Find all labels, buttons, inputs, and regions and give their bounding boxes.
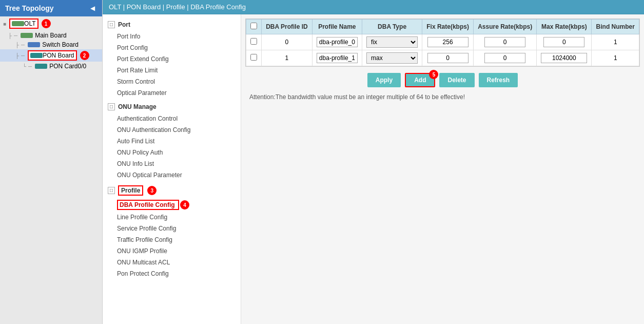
row1-max-rate-input[interactable] bbox=[541, 53, 587, 63]
nav-section-port-header[interactable]: □ Port bbox=[103, 18, 241, 31]
row1-fix-rate-cell bbox=[422, 50, 474, 66]
nav-item-onu-igmp-profile[interactable]: ONU IGMP Profile bbox=[103, 245, 241, 257]
nav-item-port-config-label: Port Config bbox=[117, 44, 148, 51]
row0-profile-name-cell bbox=[312, 34, 362, 50]
olt-label[interactable]: OLT bbox=[9, 18, 38, 29]
row1-fix-rate-input[interactable] bbox=[427, 53, 469, 63]
content-area: □ Port Port Info Port Config Port Extend… bbox=[103, 14, 644, 324]
tree-node-pon-board[interactable]: ├ ─ PON Board 2 bbox=[0, 49, 102, 62]
row1-dba-type-select[interactable]: fix max assure assure+max fix+assure+max bbox=[366, 52, 418, 64]
main-area: OLT | PON Board | Profile | DBA Profile … bbox=[103, 0, 644, 324]
nav-item-auto-find-list[interactable]: Auto Find List bbox=[103, 136, 241, 147]
col-header-profile-name: Profile Name bbox=[312, 20, 362, 34]
sidebar-header: Tree Topology ◀ bbox=[0, 0, 102, 16]
select-all-checkbox[interactable] bbox=[250, 23, 257, 29]
row1-checkbox[interactable] bbox=[250, 54, 257, 61]
row1-dba-type-cell: fix max assure assure+max fix+assure+max bbox=[362, 50, 422, 66]
pon-board-box[interactable]: PON Board bbox=[28, 50, 76, 61]
onu-manage-expand-icon: □ bbox=[108, 103, 115, 110]
row0-assure-rate-input[interactable] bbox=[484, 37, 525, 47]
dba-profile-config-highlighted[interactable]: DBA Profile Config bbox=[117, 200, 179, 210]
nav-item-auth-control[interactable]: Authentication Control bbox=[103, 113, 241, 124]
port-expand-icon: □ bbox=[108, 21, 115, 28]
nav-item-onu-policy-auth[interactable]: ONU Policy Auth bbox=[103, 147, 241, 158]
row0-dba-type-cell: fix max assure assure+max fix+assure+max bbox=[362, 34, 422, 50]
col-header-bind-number: Bind Number bbox=[592, 20, 639, 34]
nav-item-optical-parameter[interactable]: Optical Parameter bbox=[103, 87, 241, 99]
sidebar-collapse-button[interactable]: ◀ bbox=[88, 5, 97, 12]
attention-message: Attention:The bandwidth value must be an… bbox=[245, 93, 640, 105]
nav-item-port-extend-config-label: Port Extend Config bbox=[117, 55, 169, 63]
dba-table-container: DBA Profile ID Profile Name DBA Type Fix… bbox=[245, 18, 640, 67]
nav-item-onu-auth-config[interactable]: ONU Authentication Config bbox=[103, 124, 241, 136]
nav-item-storm-control[interactable]: Storm Control bbox=[103, 76, 241, 87]
switch-board-icon bbox=[28, 42, 40, 47]
nav-section-onu-manage: □ ONU Manage Authentication Control ONU … bbox=[103, 101, 241, 181]
row0-bind-number: 1 bbox=[614, 39, 617, 46]
nav-section-onu-manage-header[interactable]: □ ONU Manage bbox=[103, 101, 241, 113]
col-header-dba-profile-id: DBA Profile ID bbox=[262, 20, 313, 34]
row0-checkbox[interactable] bbox=[250, 38, 257, 45]
nav-item-onu-optical-parameter[interactable]: ONU Optical Parameter bbox=[103, 169, 241, 181]
nav-item-onu-info-list-label: ONU Info List bbox=[117, 160, 154, 167]
breadcrumb-text: OLT | PON Board | Profile | DBA Profile … bbox=[109, 3, 246, 11]
row1-checkbox-cell bbox=[246, 50, 262, 66]
col-header-dba-type: DBA Type bbox=[362, 20, 422, 34]
row1-assure-rate-input[interactable] bbox=[484, 53, 525, 63]
dba-table: DBA Profile ID Profile Name DBA Type Fix… bbox=[246, 19, 639, 66]
nav-item-onu-auth-config-label: ONU Authentication Config bbox=[117, 126, 190, 134]
nav-item-pon-protect-config[interactable]: Pon Protect Config bbox=[103, 268, 241, 279]
badge-5: 5 bbox=[429, 70, 438, 79]
nav-item-traffic-profile-config[interactable]: Traffic Profile Config bbox=[103, 234, 241, 245]
nav-item-traffic-profile-config-label: Traffic Profile Config bbox=[117, 236, 172, 243]
nav-item-onu-multicast-acl-label: ONU Multicast ACL bbox=[117, 259, 170, 266]
nav-section-profile-header[interactable]: □ Profile 3 bbox=[103, 183, 241, 198]
row1-max-rate-cell bbox=[537, 50, 592, 66]
row0-max-rate-input[interactable] bbox=[543, 37, 584, 47]
nav-item-optical-parameter-label: Optical Parameter bbox=[117, 89, 167, 97]
refresh-button[interactable]: Refresh bbox=[479, 73, 518, 87]
nav-section-profile: □ Profile 3 DBA Profile Config 4 Line Pr… bbox=[103, 183, 241, 279]
nav-item-line-profile-config[interactable]: Line Profile Config bbox=[103, 212, 241, 223]
switch-board-label: Switch Board bbox=[42, 41, 79, 48]
nav-item-dba-profile-config-label: DBA Profile Config bbox=[120, 201, 175, 208]
row0-bind-number-cell: 1 bbox=[592, 34, 639, 50]
nav-item-port-config[interactable]: Port Config bbox=[103, 42, 241, 53]
row0-dba-type-select[interactable]: fix max assure assure+max fix+assure+max bbox=[366, 36, 418, 48]
action-buttons: Apply Add 5 Delete Refresh bbox=[245, 67, 640, 93]
tree-node-main-board[interactable]: ├ ─ Main Board bbox=[0, 31, 102, 40]
pon-card-icon bbox=[35, 64, 47, 69]
port-section-label: Port bbox=[118, 21, 130, 28]
row0-profile-name-input[interactable] bbox=[317, 37, 358, 47]
sidebar-title: Tree Topology bbox=[5, 4, 54, 12]
nav-item-auto-find-list-label: Auto Find List bbox=[117, 138, 154, 145]
col-header-fix-rate: Fix Rate(kbps) bbox=[422, 20, 474, 34]
badge-3: 3 bbox=[147, 186, 157, 195]
nav-item-port-extend-config[interactable]: Port Extend Config bbox=[103, 53, 241, 65]
tree-node-olt[interactable]: ■ OLT 1 bbox=[0, 16, 102, 31]
delete-button[interactable]: Delete bbox=[439, 73, 474, 87]
main-board-icon bbox=[21, 33, 33, 38]
add-button-label: Add bbox=[414, 77, 426, 84]
nav-item-port-rate-limit-label: Port Rate Limit bbox=[117, 67, 158, 74]
row1-bind-number-cell: 1 bbox=[592, 50, 639, 66]
row1-profile-name-input[interactable] bbox=[317, 53, 358, 63]
nav-item-service-profile-config[interactable]: Service Profile Config bbox=[103, 223, 241, 234]
row0-assure-rate-cell bbox=[474, 34, 537, 50]
attention-text: Attention:The bandwidth value must be an… bbox=[249, 93, 465, 101]
nav-item-dba-profile-config[interactable]: DBA Profile Config 4 bbox=[103, 198, 241, 212]
row0-checkbox-cell bbox=[246, 34, 262, 50]
nav-item-onu-multicast-acl[interactable]: ONU Multicast ACL bbox=[103, 257, 241, 268]
pon-card-label: PON Card0/0 bbox=[49, 63, 86, 70]
right-panel: DBA Profile ID Profile Name DBA Type Fix… bbox=[241, 14, 644, 324]
row0-fix-rate-input[interactable] bbox=[427, 37, 469, 47]
add-button[interactable]: Add 5 bbox=[405, 73, 435, 87]
row1-profile-name-cell bbox=[312, 50, 362, 66]
nav-item-port-rate-limit[interactable]: Port Rate Limit bbox=[103, 65, 241, 76]
tree-node-pon-card[interactable]: └ ─ PON Card0/0 bbox=[0, 62, 102, 71]
apply-button[interactable]: Apply bbox=[367, 73, 401, 87]
nav-item-onu-info-list[interactable]: ONU Info List bbox=[103, 158, 241, 169]
tree-node-switch-board[interactable]: ├ ─ Switch Board bbox=[0, 40, 102, 49]
nav-item-port-info[interactable]: Port Info bbox=[103, 31, 241, 42]
row0-id-cell: 0 bbox=[262, 34, 313, 50]
